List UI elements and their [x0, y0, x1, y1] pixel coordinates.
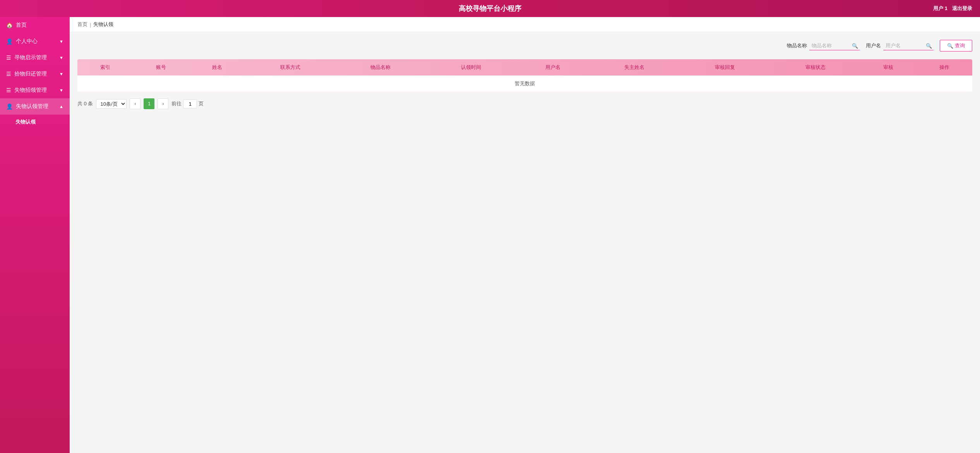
sidebar-item-lost-reg[interactable]: ☰ 拾物归还管理 ▼	[0, 66, 70, 82]
page-size-select[interactable]: 10条/页20条/页50条/页	[96, 99, 127, 109]
table-body: 暂无数据	[77, 76, 972, 92]
pagination: 共 0 条 10条/页20条/页50条/页 ‹ 1 › 前往 页	[77, 98, 972, 109]
col-contact: 联系方式	[245, 59, 336, 76]
chevron-down-icon-4: ▼	[59, 88, 63, 93]
sidebar-item-lost-confirm-label: 失物认领管理	[16, 103, 48, 110]
user-icon-2: 👤	[6, 103, 13, 110]
search-btn-label: 查询	[955, 42, 965, 49]
username-search-group: 用户名 🔍	[866, 41, 934, 50]
col-username: 用户名	[516, 59, 589, 76]
username-label: 用户名	[866, 42, 881, 49]
search-button[interactable]: 🔍 查询	[940, 40, 972, 51]
app-title: 高校寻物平台小程序	[459, 5, 521, 12]
col-claim-time: 认领时间	[426, 59, 516, 76]
sidebar-item-lost-notify-label: 失物招领管理	[14, 87, 47, 94]
sidebar-item-lost-notify[interactable]: ☰ 失物招领管理 ▼	[0, 82, 70, 98]
sidebar-sub-item-lost-confirm-label: 失物认领	[15, 119, 36, 125]
sidebar-item-lost-reg-label: 拾物归还管理	[14, 70, 47, 77]
page-label: 页	[199, 100, 204, 107]
chevron-down-icon-3: ▼	[59, 72, 63, 76]
col-review-status: 审核状态	[770, 59, 861, 76]
user-icon: 👤	[6, 38, 13, 45]
list-icon-3: ☰	[6, 87, 11, 93]
content-area: 物品名称 🔍 用户名 🔍 🔍 查询	[70, 32, 980, 117]
sidebar-item-personal-label: 个人中心	[16, 38, 38, 45]
top-header: 高校寻物平台小程序 用户 1 退出登录	[0, 0, 980, 17]
sidebar-item-home[interactable]: 🏠 首页	[0, 17, 70, 33]
next-page-button[interactable]: ›	[158, 98, 168, 109]
breadcrumb-current: 失物认领	[93, 21, 113, 28]
search-icon-3: 🔍	[947, 43, 953, 49]
chevron-down-icon: ▼	[59, 39, 63, 44]
col-index: 索引	[77, 59, 133, 76]
item-name-search-group: 物品名称 🔍	[787, 41, 860, 50]
col-item-name: 物品名称	[335, 59, 426, 76]
list-icon-2: ☰	[6, 71, 11, 77]
page-1-button[interactable]: 1	[144, 98, 154, 109]
col-review: 审核	[860, 59, 916, 76]
sidebar: 🏠 首页 👤 个人中心 ▼ ☰ 寻物启示管理 ▼ ☰ 拾物归还管理 ▼ ☰ 失物…	[0, 17, 70, 453]
col-operation: 操作	[917, 59, 972, 76]
page-goto: 前往 页	[171, 100, 204, 108]
chevron-up-icon: ▲	[59, 104, 63, 109]
goto-label: 前往	[171, 100, 182, 107]
chevron-down-icon-2: ▼	[59, 55, 63, 60]
item-name-input-wrap: 🔍	[809, 41, 860, 50]
list-icon: ☰	[6, 55, 11, 61]
search-icon: 🔍	[852, 43, 858, 49]
main-content: 首页 | 失物认领 物品名称 🔍 用户名 🔍	[70, 17, 980, 453]
data-table-wrap: 索引 账号 姓名 联系方式 物品名称 认领时间 用户名 失主姓名 审核回复 审核…	[77, 59, 972, 92]
col-name: 姓名	[189, 59, 245, 76]
username: 用户 1	[933, 5, 947, 12]
sidebar-item-lost-display[interactable]: ☰ 寻物启示管理 ▼	[0, 50, 70, 66]
sidebar-item-lost-confirm[interactable]: 👤 失物认领管理 ▲	[0, 98, 70, 115]
sidebar-item-personal[interactable]: 👤 个人中心 ▼	[0, 33, 70, 50]
data-table: 索引 账号 姓名 联系方式 物品名称 认领时间 用户名 失主姓名 审核回复 审核…	[77, 59, 972, 92]
prev-page-button[interactable]: ‹	[130, 98, 140, 109]
col-owner-name: 失主姓名	[589, 59, 680, 76]
username-input-wrap: 🔍	[883, 41, 934, 50]
home-icon: 🏠	[6, 22, 13, 28]
goto-input[interactable]	[183, 100, 197, 108]
search-icon-2: 🔍	[926, 43, 932, 49]
breadcrumb: 首页 | 失物认领	[70, 17, 980, 32]
no-data-row: 暂无数据	[77, 76, 972, 92]
col-review-reply: 审核回复	[680, 59, 770, 76]
item-name-label: 物品名称	[787, 42, 807, 49]
sidebar-item-lost-display-label: 寻物启示管理	[14, 54, 47, 61]
col-account: 账号	[133, 59, 189, 76]
table-header-row: 索引 账号 姓名 联系方式 物品名称 认领时间 用户名 失主姓名 审核回复 审核…	[77, 59, 972, 76]
no-data-cell: 暂无数据	[77, 76, 972, 92]
search-bar: 物品名称 🔍 用户名 🔍 🔍 查询	[77, 40, 972, 51]
breadcrumb-sep: |	[90, 22, 91, 27]
page-total: 共 0 条	[77, 100, 93, 107]
logout-button[interactable]: 退出登录	[952, 5, 972, 12]
sidebar-item-home-label: 首页	[16, 22, 27, 29]
user-info: 用户 1 退出登录	[933, 5, 972, 12]
breadcrumb-home[interactable]: 首页	[77, 21, 87, 28]
sidebar-sub-item-lost-confirm[interactable]: 失物认领	[0, 115, 70, 129]
